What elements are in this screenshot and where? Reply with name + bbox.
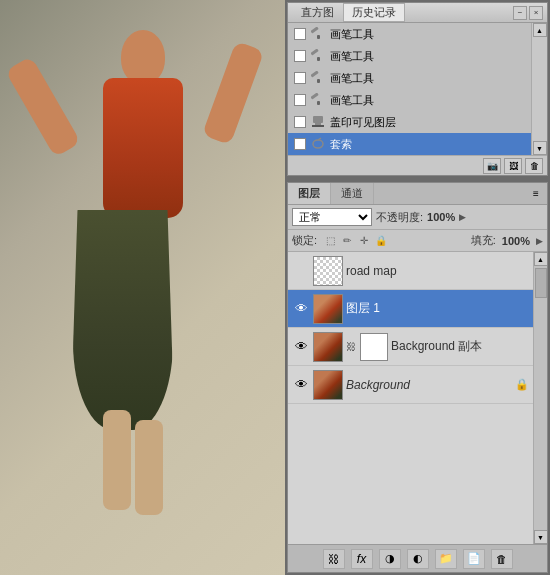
history-checkbox-4[interactable]: [294, 116, 306, 128]
opacity-arrow-btn[interactable]: ▶: [459, 212, 466, 222]
layer-visibility-0[interactable]: [292, 262, 310, 280]
layers-scroll-up-btn[interactable]: ▲: [534, 252, 548, 266]
history-item-2[interactable]: 画笔工具: [288, 67, 531, 89]
layer-visibility-3[interactable]: 👁: [292, 376, 310, 394]
lock-label: 锁定:: [292, 233, 317, 248]
panels-area: 直方图 历史记录 − × 画笔工具 画笔工具 画笔工具: [285, 0, 550, 575]
history-titlebar: 直方图 历史记录 − ×: [288, 3, 547, 23]
history-minimize-btn[interactable]: −: [513, 6, 527, 20]
layers-new-btn[interactable]: 📄: [463, 549, 485, 569]
history-item-icon-1: [310, 48, 326, 64]
layer-thumb-image-3: [314, 371, 342, 399]
eye-icon-3: 👁: [295, 377, 308, 392]
history-panel: 直方图 历史记录 − × 画笔工具 画笔工具 画笔工具: [287, 2, 548, 176]
history-item-3[interactable]: 画笔工具: [288, 89, 531, 111]
svg-rect-2: [311, 49, 319, 55]
history-scroll-up-btn[interactable]: ▲: [533, 23, 547, 37]
layer-thumb-2: [313, 332, 343, 362]
lock-position-btn[interactable]: ✛: [357, 234, 371, 248]
history-checkbox-0[interactable]: [294, 28, 306, 40]
history-footer: 📷 🖼 🗑: [288, 155, 547, 175]
layers-mask-btn[interactable]: ◑: [379, 549, 401, 569]
layers-panel-menu-btn[interactable]: ≡: [527, 185, 545, 203]
dancer-leg-left: [103, 410, 131, 510]
history-items-list: 画笔工具 画笔工具 画笔工具 画笔工具盖印可见图层套索: [288, 23, 531, 155]
layers-scroll-down-btn[interactable]: ▼: [534, 530, 548, 544]
layer-visibility-2[interactable]: 👁: [292, 338, 310, 356]
blend-mode-select[interactable]: 正常 溶解 正片叠底: [292, 208, 372, 226]
layer-lock-icon-3: 🔒: [515, 378, 529, 391]
dancer-figure: [23, 0, 263, 575]
history-item-icon-0: [310, 26, 326, 42]
history-inner: 画笔工具 画笔工具 画笔工具 画笔工具盖印可见图层套索 ▲ ▼: [288, 23, 547, 155]
lock-image-btn[interactable]: ✏: [340, 234, 354, 248]
layers-panel: 图层 通道 ≡ 正常 溶解 正片叠底 不透明度: 100% ▶ 锁定: ⬚ ✏ …: [287, 182, 548, 573]
history-item-4[interactable]: 盖印可见图层: [288, 111, 531, 133]
layer-name-3: Background: [346, 378, 512, 392]
history-delete-btn[interactable]: 🗑: [525, 158, 543, 174]
svg-rect-3: [317, 57, 320, 61]
layer-thumb-image-2: [314, 333, 342, 361]
tab-channels[interactable]: 通道: [331, 183, 374, 204]
history-scroll-down-btn[interactable]: ▼: [533, 141, 547, 155]
layers-list-inner: road map👁图层 1👁⛓Background 副本👁Background🔒: [288, 252, 533, 404]
layer-name-1: 图层 1: [346, 300, 529, 317]
layer-item-1[interactable]: 👁图层 1: [288, 290, 533, 328]
history-item-icon-2: [310, 70, 326, 86]
photo-panel: [0, 0, 285, 575]
tab-layers[interactable]: 图层: [288, 183, 331, 204]
layers-link-btn[interactable]: ⛓: [323, 549, 345, 569]
svg-rect-9: [315, 123, 321, 125]
svg-rect-1: [317, 35, 320, 39]
dancer-arm-right: [201, 41, 263, 145]
layer-item-3[interactable]: 👁Background🔒: [288, 366, 533, 404]
history-checkbox-3[interactable]: [294, 94, 306, 106]
history-close-btn[interactable]: ×: [529, 6, 543, 20]
layer-visibility-1[interactable]: 👁: [292, 300, 310, 318]
layers-fx-btn[interactable]: fx: [351, 549, 373, 569]
layers-adjustment-btn[interactable]: ◐: [407, 549, 429, 569]
lock-all-btn[interactable]: 🔒: [374, 234, 388, 248]
svg-rect-0: [311, 27, 319, 33]
history-item-0[interactable]: 画笔工具: [288, 23, 531, 45]
layers-blend-row: 正常 溶解 正片叠底 不透明度: 100% ▶: [288, 205, 547, 230]
layer-mask-thumb-2: [360, 333, 388, 361]
history-item-1[interactable]: 画笔工具: [288, 45, 531, 67]
history-scrollbar: ▲ ▼: [531, 23, 547, 155]
history-checkbox-1[interactable]: [294, 50, 306, 62]
layers-tabs: 图层 通道: [288, 183, 374, 204]
dancer-body: [83, 30, 203, 510]
dancer-head: [121, 30, 165, 84]
fill-arrow-btn[interactable]: ▶: [536, 236, 543, 246]
layers-scroll-thumb[interactable]: [535, 268, 547, 298]
svg-point-11: [313, 140, 323, 148]
layer-name-0: road map: [346, 264, 529, 278]
layer-thumb-image-1: [314, 295, 342, 323]
layers-delete-btn[interactable]: 🗑: [491, 549, 513, 569]
layer-item-0[interactable]: road map: [288, 252, 533, 290]
history-checkbox-2[interactable]: [294, 72, 306, 84]
tab-histogram[interactable]: 直方图: [292, 3, 343, 22]
dancer-torso: [103, 78, 183, 218]
layer-thumb-1: [313, 294, 343, 324]
layers-group-btn[interactable]: 📁: [435, 549, 457, 569]
history-item-icon-5: [310, 136, 326, 152]
history-create-new-btn[interactable]: 🖼: [504, 158, 522, 174]
layer-item-2[interactable]: 👁⛓Background 副本: [288, 328, 533, 366]
lock-icons: ⬚ ✏ ✛ 🔒: [323, 234, 388, 248]
svg-rect-5: [317, 79, 320, 83]
svg-rect-8: [313, 116, 323, 123]
history-item-5[interactable]: 套索: [288, 133, 531, 155]
lock-transparent-btn[interactable]: ⬚: [323, 234, 337, 248]
history-checkbox-5[interactable]: [294, 138, 306, 150]
tab-history[interactable]: 历史记录: [343, 3, 405, 22]
history-item-icon-4: [310, 114, 326, 130]
svg-rect-10: [312, 125, 324, 127]
opacity-value: 100%: [427, 211, 455, 223]
fill-label: 填充:: [471, 233, 496, 248]
dancer-skirt: [73, 210, 173, 430]
history-item-label-1: 画笔工具: [330, 49, 525, 64]
svg-rect-7: [317, 101, 320, 105]
history-tabs: 直方图 历史记录: [292, 3, 405, 22]
history-new-snapshot-btn[interactable]: 📷: [483, 158, 501, 174]
